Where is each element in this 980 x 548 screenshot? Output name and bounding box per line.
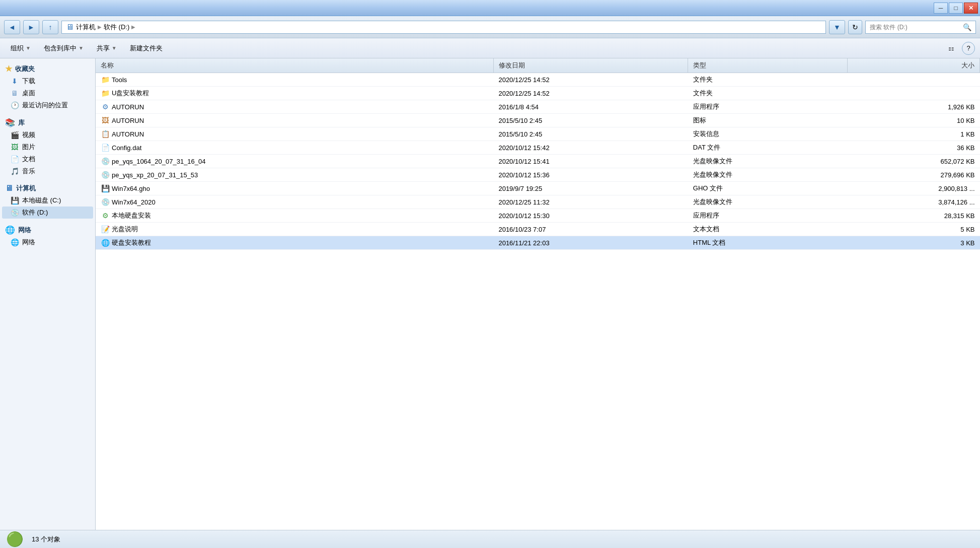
library-header: 📚 库: [2, 116, 93, 129]
views-button[interactable]: ⚏: [943, 41, 960, 56]
file-name: Win7x64.gho: [112, 185, 150, 192]
file-name-cell: 📝 光盘说明: [96, 223, 493, 236]
include-library-button[interactable]: 包含到库中 ▼: [38, 41, 89, 56]
video-icon: 🎬: [10, 130, 19, 140]
drive-c-icon: 💾: [10, 196, 19, 205]
file-size: 1,926 KB: [847, 100, 980, 114]
table-row[interactable]: 💿 pe_yqs_xp_20_07_31_15_53 2020/10/12 15…: [96, 168, 980, 182]
computer-header: 🖥 计算机: [2, 182, 93, 194]
file-icon: 📄: [101, 143, 110, 152]
sidebar-item-recent[interactable]: 🕐 最近访问的位置: [2, 99, 93, 111]
file-icon: 🌐: [101, 238, 110, 247]
forward-button[interactable]: ►: [23, 20, 39, 34]
file-icon: 💿: [101, 197, 110, 207]
minimize-button[interactable]: ─: [934, 3, 948, 14]
file-size: 3 KB: [847, 236, 980, 250]
file-type: 图标: [688, 114, 847, 127]
table-row[interactable]: ⚙ AUTORUN 2016/1/8 4:54 应用程序 1,926 KB: [96, 100, 980, 114]
download-icon: ⬇: [10, 77, 19, 86]
table-row[interactable]: 📝 光盘说明 2016/10/23 7:07 文本文档 5 KB: [96, 223, 980, 236]
column-type[interactable]: 类型: [688, 58, 847, 73]
file-type: 文本文档: [688, 223, 847, 236]
file-size: 10 KB: [847, 114, 980, 127]
help-button[interactable]: ?: [962, 42, 975, 55]
sidebar-item-network[interactable]: 🌐 网络: [2, 236, 93, 248]
file-type: HTML 文档: [688, 236, 847, 250]
table-row[interactable]: 📄 Config.dat 2020/10/12 15:42 DAT 文件 36 …: [96, 141, 980, 155]
table-row[interactable]: 💿 pe_yqs_1064_20_07_31_16_04 2020/10/12 …: [96, 155, 980, 168]
maximize-button[interactable]: □: [949, 3, 963, 14]
table-row[interactable]: 📁 U盘安装教程 2020/12/25 14:52 文件夹: [96, 87, 980, 100]
window-controls: ─ □ ✕: [934, 3, 978, 14]
file-type: 应用程序: [688, 100, 847, 114]
table-row[interactable]: 💿 Win7x64_2020 2020/12/25 11:32 光盘映像文件 3…: [96, 195, 980, 209]
back-button[interactable]: ◄: [4, 20, 20, 34]
sidebar-item-music[interactable]: 🎵 音乐: [2, 165, 93, 177]
up-button[interactable]: ↑: [42, 20, 58, 34]
file-icon: 📋: [101, 129, 110, 139]
file-name: pe_yqs_1064_20_07_31_16_04: [112, 158, 206, 165]
file-area[interactable]: 名称 修改日期 类型 大小 📁 Tools 2020/12/25 14:52 文…: [96, 58, 980, 530]
file-name: AUTORUN: [112, 117, 144, 124]
path-drive: 软件 (D:): [104, 23, 129, 32]
table-row[interactable]: 🌐 硬盘安装教程 2016/11/21 22:03 HTML 文档 3 KB: [96, 236, 980, 250]
library-section: 📚 库 🎬 视频 🖼 图片 📄 文档 🎵 音乐: [2, 116, 93, 177]
file-modified: 2020/10/12 15:30: [493, 209, 688, 223]
network-header: 🌐 网络: [2, 224, 93, 236]
sidebar-item-download[interactable]: ⬇ 下载: [2, 75, 93, 87]
column-name[interactable]: 名称: [96, 58, 493, 73]
file-size: 28,315 KB: [847, 209, 980, 223]
sidebar-item-desktop[interactable]: 🖥 桌面: [2, 87, 93, 99]
table-row[interactable]: 🖼 AUTORUN 2015/5/10 2:45 图标 10 KB: [96, 114, 980, 127]
share-button[interactable]: 共享 ▼: [91, 41, 122, 56]
table-row[interactable]: ⚙ 本地硬盘安装 2020/10/12 15:30 应用程序 28,315 KB: [96, 209, 980, 223]
file-name: pe_yqs_xp_20_07_31_15_53: [112, 171, 198, 179]
table-row[interactable]: 📋 AUTORUN 2015/5/10 2:45 安装信息 1 KB: [96, 127, 980, 141]
status-icon: 🟢: [6, 531, 24, 547]
address-path[interactable]: 🖥 计算机 ▶ 软件 (D:) ▶: [61, 21, 826, 34]
network-section: 🌐 网络 🌐 网络: [2, 224, 93, 248]
new-folder-button[interactable]: 新建文件夹: [124, 41, 168, 56]
address-dropdown-button[interactable]: ▼: [829, 20, 845, 34]
file-name: AUTORUN: [112, 103, 144, 111]
file-name-cell: 💿 Win7x64_2020: [96, 195, 493, 209]
file-name: Config.dat: [112, 144, 141, 152]
file-modified: 2020/12/25 14:52: [493, 87, 688, 100]
refresh-button[interactable]: ↻: [848, 20, 862, 34]
file-name-cell: ⚙ AUTORUN: [96, 100, 493, 114]
file-name-cell: 📄 Config.dat: [96, 141, 493, 155]
path-computer: 计算机: [76, 23, 96, 32]
file-size: 2,900,813 ...: [847, 182, 980, 195]
column-modified[interactable]: 修改日期: [493, 58, 688, 73]
file-modified: 2020/10/12 15:42: [493, 141, 688, 155]
table-row[interactable]: 💾 Win7x64.gho 2019/9/7 19:25 GHO 文件 2,90…: [96, 182, 980, 195]
file-name-cell: 📁 U盘安装教程: [96, 87, 493, 100]
favorites-header: ★ 收藏夹: [2, 62, 93, 75]
file-type: 光盘映像文件: [688, 155, 847, 168]
sidebar-item-document[interactable]: 📄 文档: [2, 153, 93, 165]
file-name: 光盘说明: [112, 225, 138, 234]
table-row[interactable]: 📁 Tools 2020/12/25 14:52 文件夹: [96, 73, 980, 87]
sidebar-item-video[interactable]: 🎬 视频: [2, 129, 93, 141]
file-name-cell: 💿 pe_yqs_xp_20_07_31_15_53: [96, 168, 493, 182]
file-icon: 🖼: [101, 116, 110, 125]
sidebar-item-drive-c[interactable]: 💾 本地磁盘 (C:): [2, 194, 93, 207]
file-size: 5 KB: [847, 223, 980, 236]
search-input[interactable]: [870, 24, 963, 31]
file-modified: 2020/10/12 15:41: [493, 155, 688, 168]
close-button[interactable]: ✕: [964, 3, 978, 14]
address-bar: ◄ ► ↑ 🖥 计算机 ▶ 软件 (D:) ▶ ▼ ↻ 🔍: [0, 16, 980, 38]
file-type: 文件夹: [688, 87, 847, 100]
column-size[interactable]: 大小: [847, 58, 980, 73]
organize-button[interactable]: 组织 ▼: [5, 41, 36, 56]
search-icon[interactable]: 🔍: [963, 23, 971, 31]
sidebar: ★ 收藏夹 ⬇ 下载 🖥 桌面 🕐 最近访问的位置 📚 库 �: [0, 58, 96, 530]
status-count: 13 个对象: [32, 535, 60, 544]
drive-d-icon: 💿: [10, 208, 19, 217]
sidebar-item-image[interactable]: 🖼 图片: [2, 141, 93, 153]
sidebar-item-drive-d[interactable]: 💿 软件 (D:): [2, 207, 93, 219]
toolbar: 组织 ▼ 包含到库中 ▼ 共享 ▼ 新建文件夹 ⚏ ?: [0, 38, 980, 58]
file-table: 名称 修改日期 类型 大小 📁 Tools 2020/12/25 14:52 文…: [96, 58, 980, 250]
file-name-cell: 🌐 硬盘安装教程: [96, 236, 493, 250]
title-bar: ─ □ ✕: [0, 0, 980, 16]
